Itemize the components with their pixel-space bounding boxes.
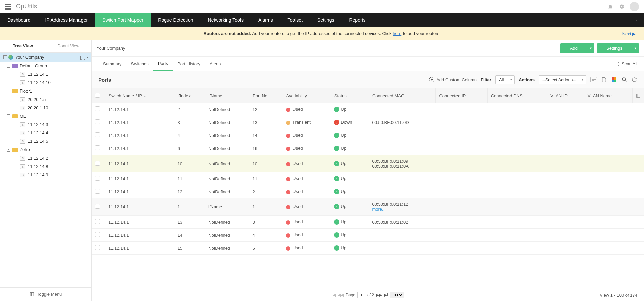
tree-root[interactable]: - Your Company[+] - — [0, 53, 91, 62]
column-header[interactable]: Connected IP — [436, 88, 487, 103]
columns-icon[interactable] — [636, 93, 641, 98]
banner-next-button[interactable]: Next ▶ — [622, 31, 636, 36]
nav-item[interactable]: IP Address Manager — [38, 13, 95, 27]
column-header[interactable]: VLAN ID — [547, 88, 584, 103]
nav-item[interactable]: Switch Port Mapper — [95, 13, 151, 27]
chevron-down-icon[interactable]: ▼ — [632, 43, 639, 53]
column-header[interactable]: Connected DNS — [487, 88, 547, 103]
nav-item[interactable]: Rogue Detection — [151, 13, 200, 27]
collapse-icon[interactable]: - — [7, 89, 10, 93]
table-row[interactable]: 11.12.14.1 13 NotDefined 3 Used ↑Up 00:5… — [92, 216, 644, 229]
refresh-icon[interactable] — [631, 77, 637, 83]
column-header[interactable]: Availability — [283, 88, 331, 103]
tree-switch-item[interactable]: S11.12.14.10 — [0, 78, 91, 87]
collapse-icon[interactable]: - — [3, 55, 7, 59]
page-input[interactable] — [357, 292, 365, 298]
table-row[interactable]: 11.12.14.1 11 NotDefined 11 Used ↑Up — [92, 172, 644, 185]
add-button[interactable]: Add▼ — [560, 43, 594, 53]
row-checkbox[interactable] — [95, 219, 100, 224]
tree-switch-item[interactable]: S11.12.14.2 — [0, 154, 91, 162]
row-checkbox[interactable] — [95, 245, 100, 250]
tree-switch-item[interactable]: S11.12.14.1 — [0, 70, 91, 78]
row-checkbox[interactable] — [95, 161, 100, 166]
sub-tab[interactable]: Summary — [98, 57, 126, 71]
row-checkbox[interactable] — [95, 106, 100, 111]
scan-all-button[interactable]: Scan All — [613, 61, 637, 67]
row-checkbox[interactable] — [95, 232, 100, 237]
gear-icon[interactable] — [619, 4, 625, 10]
column-header[interactable] — [92, 88, 105, 103]
column-header[interactable]: Port No — [249, 88, 283, 103]
column-header[interactable]: ifName — [205, 88, 249, 103]
toggle-menu-button[interactable]: Toggle Menu — [0, 287, 91, 301]
tree-switch-item[interactable]: S11.12.14.9 — [0, 171, 91, 179]
column-header[interactable]: Status — [331, 88, 369, 103]
more-link[interactable]: more... — [372, 207, 385, 212]
avatar[interactable] — [630, 2, 639, 11]
add-custom-column-button[interactable]: +Add Custom Column — [429, 77, 477, 82]
table-row[interactable]: 11.12.14.1 1 ifName 1 Used ↑Up 00:50:BF:… — [92, 198, 644, 216]
column-header[interactable]: Connected MAC — [369, 88, 436, 103]
row-checkbox[interactable] — [95, 119, 100, 124]
first-page-icon[interactable]: I◀ — [332, 293, 336, 297]
table-row[interactable]: 11.12.14.1 4 NotDefined 14 Used ↑Up — [92, 129, 644, 142]
search-icon[interactable] — [621, 77, 627, 83]
row-checkbox[interactable] — [95, 145, 100, 150]
chevron-down-icon[interactable]: ▼ — [587, 43, 594, 53]
tree-switch-item[interactable]: S20.20.1.5 — [0, 95, 91, 104]
nav-item[interactable]: Toolset — [280, 13, 310, 27]
tree-switch-item[interactable]: S11.12.14.5 — [0, 137, 91, 145]
collapse-icon[interactable]: - — [7, 114, 10, 118]
nav-item[interactable]: Settings — [310, 13, 342, 27]
nav-item[interactable]: Alarms — [251, 13, 280, 27]
sub-tab[interactable]: Alerts — [205, 57, 225, 71]
tab-donut-view[interactable]: Donut View — [46, 40, 91, 52]
column-header[interactable]: VLAN Name — [584, 88, 632, 103]
settings-button[interactable]: Settings▼ — [597, 43, 639, 53]
select-all-checkbox[interactable] — [95, 93, 100, 98]
filter-select[interactable]: All▼ — [495, 75, 515, 84]
nav-item[interactable]: Networking Tools — [201, 13, 251, 27]
last-page-icon[interactable]: ▶I — [384, 293, 388, 297]
tree-group[interactable]: -Floor1 — [0, 87, 91, 95]
column-header[interactable]: Switch Name / IP▲ — [105, 88, 174, 103]
sub-tab[interactable]: Port History — [173, 57, 205, 71]
export-csv-icon[interactable]: csv — [590, 77, 597, 82]
tree-switch-item[interactable]: S11.12.14.8 — [0, 162, 91, 171]
tree-group[interactable]: -Zoho — [0, 145, 91, 154]
table-row[interactable]: 11.12.14.1 14 NotDefined 4 Used ↑Up — [92, 229, 644, 242]
row-checkbox[interactable] — [95, 132, 100, 137]
row-checkbox[interactable] — [95, 189, 100, 194]
column-header[interactable]: ifIndex — [174, 88, 205, 103]
table-wrap[interactable]: Switch Name / IP▲ifIndexifNamePort NoAva… — [92, 88, 644, 289]
table-row[interactable]: 11.12.14.1 15 NotDefined 5 Used ↑Up — [92, 242, 644, 255]
table-row[interactable]: 11.12.14.1 6 NotDefined 16 Used ↑Up — [92, 142, 644, 155]
export-pdf-icon[interactable] — [601, 77, 607, 83]
apps-grid-icon[interactable] — [5, 4, 11, 10]
tree-group[interactable]: -ME — [0, 112, 91, 120]
table-row[interactable]: 11.12.14.1 2 NotDefined 12 Used ↑Up — [92, 103, 644, 116]
nav-item[interactable]: Reports — [341, 13, 373, 27]
more-icon[interactable]: ⋮ — [630, 13, 644, 27]
bell-icon[interactable] — [607, 4, 613, 10]
tree-switch-item[interactable]: S11.12.14.3 — [0, 120, 91, 129]
tree-switch-item[interactable]: S11.12.14.4 — [0, 129, 91, 137]
table-row[interactable]: 11.12.14.1 12 NotDefined 2 Used ↑Up — [92, 185, 644, 198]
banner-link[interactable]: here — [393, 31, 401, 36]
table-row[interactable]: 11.12.14.1 10 NotDefined 10 Used ↑Up 00:… — [92, 155, 644, 172]
sub-tab[interactable]: Switches — [126, 57, 153, 71]
grid-view-icon[interactable] — [611, 77, 617, 83]
table-row[interactable]: 11.12.14.1 3 NotDefined 13 Transient ↓Do… — [92, 116, 644, 129]
tree-switch-item[interactable]: S20.20.1.10 — [0, 104, 91, 112]
prev-page-icon[interactable]: ◀◀ — [338, 293, 344, 297]
row-checkbox[interactable] — [95, 204, 100, 209]
tab-tree-view[interactable]: Tree View — [0, 40, 46, 52]
collapse-icon[interactable]: - — [7, 148, 10, 152]
column-header[interactable] — [633, 88, 644, 103]
tree-group[interactable]: -Default Group — [0, 62, 91, 70]
sub-tab[interactable]: Ports — [153, 57, 173, 71]
actions-select[interactable]: --Select Actions--▼ — [539, 75, 586, 84]
collapse-icon[interactable]: - — [7, 64, 10, 68]
row-checkbox[interactable] — [95, 176, 100, 181]
per-page-select[interactable]: 100 — [390, 292, 404, 298]
